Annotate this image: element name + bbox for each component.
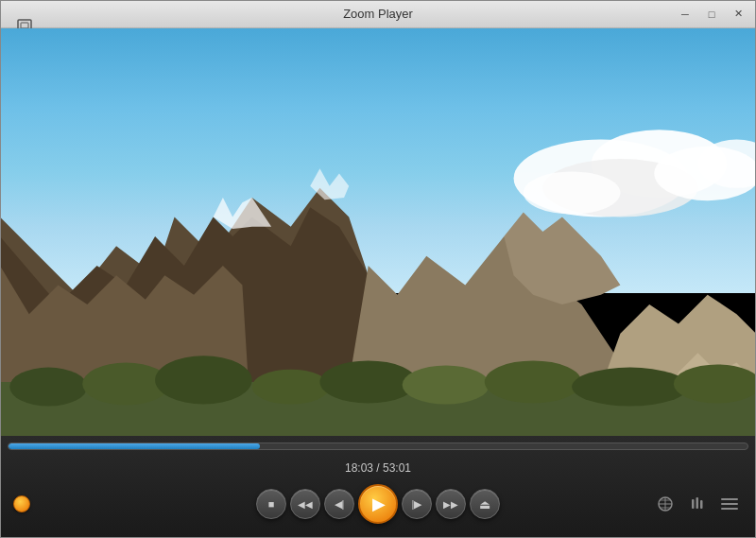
svg-point-21 bbox=[252, 370, 330, 405]
svg-rect-1 bbox=[21, 23, 28, 28]
svg-rect-34 bbox=[700, 500, 703, 509]
rewind-button[interactable]: ◀◀ bbox=[290, 489, 320, 519]
svg-point-23 bbox=[403, 366, 490, 405]
sky-background bbox=[0, 28, 756, 293]
svg-point-22 bbox=[319, 360, 417, 403]
menu-button[interactable] bbox=[716, 493, 743, 515]
controls-area: 18:03 / 53:01 ■ ◀◀ ◀| ▶ bbox=[0, 436, 756, 538]
maximize-button[interactable]: □ bbox=[699, 5, 724, 24]
svg-point-20 bbox=[155, 356, 252, 404]
svg-rect-32 bbox=[692, 499, 695, 509]
svg-rect-33 bbox=[696, 497, 699, 509]
window-title: Zoom Player bbox=[343, 7, 413, 21]
title-bar: Zoom Player ─ □ ✕ bbox=[0, 0, 756, 28]
svg-point-18 bbox=[9, 368, 87, 407]
svg-point-25 bbox=[572, 368, 688, 407]
progress-area[interactable] bbox=[0, 436, 756, 457]
progress-track[interactable] bbox=[8, 443, 748, 450]
grid-icon-button[interactable] bbox=[652, 493, 679, 515]
next-button[interactable]: |▶ bbox=[402, 489, 432, 519]
volume-indicator[interactable] bbox=[13, 495, 30, 512]
svg-rect-17 bbox=[0, 382, 756, 436]
stop-button[interactable]: ■ bbox=[256, 489, 286, 519]
eject-button[interactable]: ⏏ bbox=[470, 489, 500, 519]
svg-marker-16 bbox=[659, 353, 756, 436]
right-controls bbox=[652, 493, 743, 515]
prev-button[interactable]: ◀| bbox=[324, 489, 354, 519]
time-display: 18:03 / 53:01 bbox=[345, 461, 411, 477]
svg-point-26 bbox=[674, 365, 756, 404]
equalizer-button[interactable] bbox=[684, 493, 711, 515]
left-controls bbox=[13, 495, 30, 512]
svg-point-24 bbox=[485, 360, 582, 403]
svg-point-19 bbox=[82, 362, 169, 405]
controls-row: ■ ◀◀ ◀| ▶ |▶ ▶▶ ⏏ bbox=[0, 477, 756, 530]
video-area[interactable] bbox=[0, 28, 756, 436]
minimize-button[interactable]: ─ bbox=[673, 5, 697, 24]
close-button[interactable]: ✕ bbox=[726, 5, 750, 24]
video-frame bbox=[0, 28, 756, 436]
progress-fill bbox=[9, 443, 260, 449]
svg-marker-15 bbox=[581, 295, 756, 436]
play-button[interactable]: ▶ bbox=[358, 484, 398, 524]
window-controls: ─ □ ✕ bbox=[673, 5, 750, 24]
forward-button[interactable]: ▶▶ bbox=[436, 489, 466, 519]
transport-buttons: ■ ◀◀ ◀| ▶ |▶ ▶▶ ⏏ bbox=[256, 484, 500, 524]
